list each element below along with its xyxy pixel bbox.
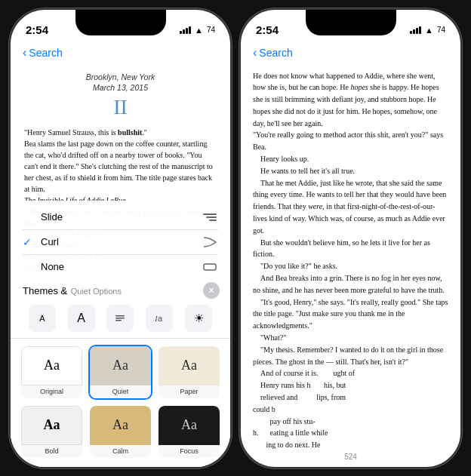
book-header: Brooklyn, New YorkMarch 13, 2015 II <box>24 72 217 121</box>
book-text-right: He does not know what happened to Addie,… <box>241 64 460 450</box>
time-right: 2:54 <box>256 23 279 36</box>
battery-right: 74 <box>437 26 445 34</box>
theme-calm-label: Calm <box>90 445 151 458</box>
font-controls: A A I a <box>11 299 230 339</box>
svg-rect-0 <box>204 264 216 270</box>
slide-options: Slide ✓ Curl <box>11 201 230 279</box>
close-button[interactable]: × <box>203 282 220 299</box>
svg-rect-1 <box>115 315 125 317</box>
theme-bold-label: Bold <box>21 445 82 458</box>
left-phone: 2:54 ▲ 74 ‹ Search <box>9 8 232 468</box>
signal-icon-right <box>410 26 421 34</box>
nav-bar-right: ‹ Search <box>241 43 460 64</box>
theme-original[interactable]: Aa Original <box>20 345 84 400</box>
slide-transition-icon <box>202 211 218 223</box>
font-large-button[interactable]: A <box>68 305 95 332</box>
back-label-right: Search <box>259 47 292 59</box>
theme-paper[interactable]: Aa Paper <box>157 345 221 400</box>
none-label: None <box>41 261 64 272</box>
status-icons-left: ▲ 74 <box>180 26 215 35</box>
check-icon-curl: ✓ <box>23 236 35 248</box>
battery-left: 74 <box>207 26 215 34</box>
nav-bar-left: ‹ Search <box>11 43 230 64</box>
slide-panel: Slide ✓ Curl <box>11 201 230 467</box>
format2-icon: I a <box>153 312 165 324</box>
theme-paper-label: Paper <box>159 385 220 398</box>
back-button-left[interactable]: ‹ Search <box>23 46 63 60</box>
chapter-numeral: II <box>24 94 217 121</box>
book-content-right: He does not know what happened to Addie,… <box>241 64 460 450</box>
themes-subtitle: Quiet Options <box>71 287 122 296</box>
theme-calm[interactable]: Aa Calm <box>88 404 152 459</box>
font-format2-button[interactable]: I a <box>146 305 173 332</box>
back-arrow-icon: ‹ <box>23 46 26 60</box>
font-small-button[interactable]: A <box>29 305 56 332</box>
theme-focus[interactable]: Aa Focus <box>157 404 221 459</box>
theme-quiet-label: Quiet <box>90 385 151 398</box>
back-label-left: Search <box>29 47 62 59</box>
brightness-button[interactable]: ☀ <box>185 305 212 332</box>
theme-original-label: Original <box>21 385 82 398</box>
status-icons-right: ▲ 74 <box>410 26 445 35</box>
page-number: 524 <box>241 450 460 467</box>
time-left: 2:54 <box>26 23 48 36</box>
notch-right <box>306 10 396 35</box>
none-icon <box>202 261 218 273</box>
svg-text:a: a <box>158 314 163 323</box>
theme-quiet[interactable]: Aa Quiet <box>88 345 152 400</box>
svg-rect-3 <box>115 320 122 321</box>
signal-icon <box>180 26 191 34</box>
back-arrow-icon-right: ‹ <box>253 46 257 60</box>
wifi-icon-right: ▲ <box>425 26 433 35</box>
svg-rect-2 <box>115 318 125 319</box>
format1-icon <box>114 312 126 324</box>
theme-bold[interactable]: Aa Bold <box>20 404 84 459</box>
wifi-icon: ▲ <box>195 26 203 35</box>
slide-option-curl[interactable]: ✓ Curl <box>23 230 218 255</box>
curl-icon <box>202 236 218 248</box>
theme-focus-label: Focus <box>159 445 220 458</box>
theme-grid: Aa Original Aa Quiet Aa <box>11 339 230 467</box>
back-button-right[interactable]: ‹ Search <box>253 46 293 60</box>
curl-label: Curl <box>41 236 59 247</box>
right-phone: 2:54 ▲ 74 ‹ Search <box>239 8 462 468</box>
font-format1-button[interactable] <box>106 305 134 332</box>
themes-header: Themes & Quiet Options × <box>11 279 230 299</box>
notch <box>75 10 166 35</box>
slide-option-none[interactable]: None <box>23 255 218 279</box>
themes-title: Themes & <box>23 285 67 296</box>
slide-option-slide[interactable]: Slide <box>23 205 218 230</box>
book-location: Brooklyn, New YorkMarch 13, 2015 <box>24 72 217 94</box>
slide-label: Slide <box>41 211 63 223</box>
brightness-icon: ☀ <box>194 312 204 325</box>
